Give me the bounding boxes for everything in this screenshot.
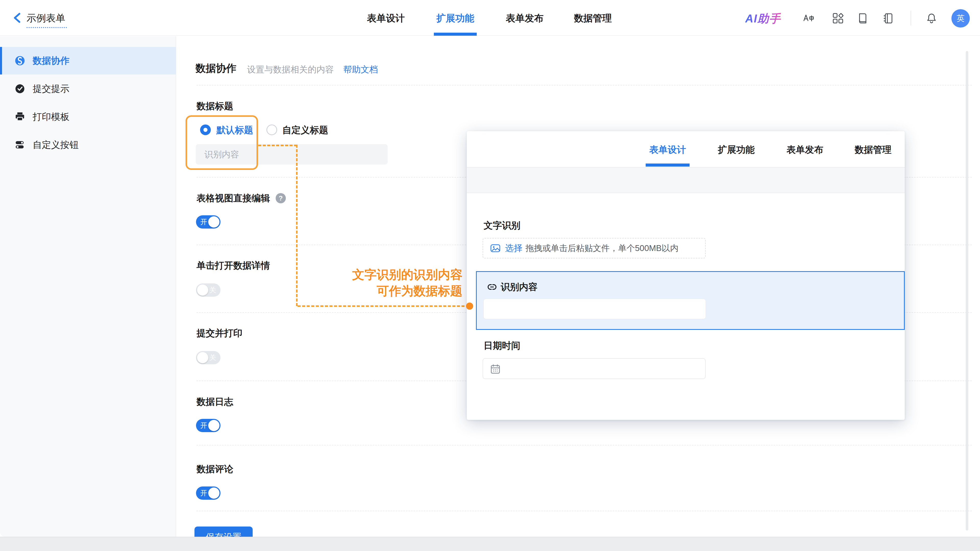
back-chevron-icon [12, 12, 24, 24]
app-window: 示例表单 表单设计 扩展功能 表单发布 数据管理 AI助手 英 [0, 0, 980, 551]
recognized-content-label: 识别内容 [501, 281, 538, 293]
help-doc-link[interactable]: 帮助文档 [343, 64, 378, 75]
tab-form-publish[interactable]: 表单发布 [506, 12, 544, 24]
overlay-tab-form-design[interactable]: 表单设计 [649, 144, 686, 156]
radio-custom-title-label[interactable]: 自定义标题 [282, 124, 328, 136]
recognized-content-label-row: 识别内容 [487, 281, 538, 293]
tab-data-management[interactable]: 数据管理 [574, 12, 612, 24]
toggle-submit-and-print[interactable]: 关 [196, 351, 221, 364]
datetime-input[interactable] [483, 358, 706, 379]
sidebar-item-label: 提交提示 [33, 83, 69, 95]
translate-icon[interactable] [802, 12, 815, 24]
sidebar-item-custom-button[interactable]: 自定义按钮 [0, 131, 176, 159]
upload-hint-text: 拖拽或单击后粘贴文件，单个500MB以内 [525, 243, 679, 254]
toggle-state-text: 关 [209, 283, 216, 297]
toggle-knob [208, 487, 220, 499]
radio-custom-title[interactable] [266, 124, 277, 135]
overlay-tab-extended-features[interactable]: 扩展功能 [718, 144, 755, 156]
datetime-field-label: 日期时间 [484, 340, 520, 352]
form-title[interactable]: 示例表单 [27, 12, 65, 24]
page-title: 数据协作 [196, 62, 236, 74]
upload-select-text: 选择 [505, 242, 522, 254]
toggle-knob [197, 284, 208, 295]
annotation-connector-dot [466, 303, 473, 310]
tab-form-design[interactable]: 表单设计 [367, 12, 405, 24]
sidebar-item-label: 数据协作 [33, 55, 69, 67]
toggle-state-text: 关 [209, 351, 216, 364]
setting-data-comment-label: 数据评论 [197, 463, 233, 475]
ocr-field-label: 文字识别 [484, 219, 520, 232]
sidebar-item-label: 打印模板 [33, 111, 69, 123]
annotation-connector-line [258, 144, 297, 146]
settings-sidebar: 数据协作 提交提示 打印模板 自定义按钮 [0, 36, 176, 537]
form-preview-overlay: 表单设计 扩展功能 表单发布 数据管理 文字识别 选择 拖拽或单击后粘贴文件，单… [467, 131, 905, 420]
overlay-tab-form-publish[interactable]: 表单发布 [787, 144, 823, 156]
data-collaboration-icon [14, 55, 25, 66]
sidebar-item-data-collaboration[interactable]: 数据协作 [0, 47, 176, 75]
notebook-icon[interactable] [882, 12, 894, 24]
overlay-toolbar-band [467, 168, 905, 193]
toggle-data-comment[interactable]: 开 [196, 486, 221, 500]
header-divider [911, 11, 911, 25]
annotation-connector-line [296, 144, 298, 306]
notification-bell-icon[interactable] [925, 12, 938, 24]
avatar[interactable]: 英 [951, 9, 970, 27]
scrollbar-track[interactable] [966, 51, 968, 530]
sidebar-item-print-template[interactable]: 打印模板 [0, 103, 176, 130]
toggle-table-view-edit[interactable]: 开 [196, 215, 221, 229]
sidebar-item-label: 自定义按钮 [33, 139, 79, 151]
submit-prompt-icon [14, 83, 25, 94]
active-tab-underline [434, 33, 477, 36]
apps-grid-icon[interactable] [832, 12, 844, 24]
file-upload-button[interactable]: 选择 拖拽或单击后粘贴文件，单个500MB以内 [483, 238, 706, 259]
recognized-content-input[interactable] [484, 299, 706, 319]
data-title-section-label: 数据标题 [197, 100, 233, 112]
setting-click-open-detail-label: 单击打开数据详情 [197, 259, 270, 272]
annotation-line-1: 文字识别的识别内容 [352, 266, 463, 283]
section-divider [197, 85, 972, 86]
link-icon [487, 282, 497, 292]
form-title-dotted-underline [27, 27, 67, 28]
setting-data-log-label: 数据日志 [197, 395, 233, 408]
setting-submit-and-print-label: 提交并打印 [197, 327, 242, 339]
page-subtitle: 设置与数据相关的内容 [247, 64, 334, 75]
top-header: 示例表单 表单设计 扩展功能 表单发布 数据管理 AI助手 英 [0, 0, 980, 36]
help-question-icon[interactable]: ? [275, 193, 286, 203]
toggle-knob [208, 420, 220, 431]
back-button[interactable] [12, 12, 24, 24]
bottom-edge-strip [0, 537, 980, 551]
annotation-highlight-box [186, 115, 258, 170]
annotation-connector-line [298, 305, 469, 307]
tab-extended-features[interactable]: 扩展功能 [436, 12, 474, 24]
custom-button-icon [14, 139, 25, 151]
toggle-knob [208, 216, 220, 227]
image-upload-icon [490, 243, 501, 254]
book-icon[interactable] [856, 12, 869, 24]
toggle-state-text: 开 [200, 486, 207, 500]
toggle-state-text: 开 [200, 419, 207, 432]
section-divider [197, 445, 972, 445]
annotation-note: 文字识别的识别内容 可作为数据标题 [352, 266, 463, 299]
toggle-data-log[interactable]: 开 [196, 419, 221, 432]
toggle-state-text: 开 [200, 215, 207, 229]
annotation-line-2: 可作为数据标题 [352, 283, 463, 299]
overlay-active-tab-underline [646, 164, 690, 167]
print-template-icon [14, 111, 25, 122]
toggle-knob [197, 352, 208, 363]
recognized-content-field[interactable]: 识别内容 [476, 271, 905, 330]
ai-assistant-button[interactable]: AI助手 [745, 11, 781, 26]
toggle-click-open-detail[interactable]: 关 [196, 283, 221, 297]
sidebar-item-submit-prompt[interactable]: 提交提示 [0, 75, 176, 103]
overlay-tab-data-management[interactable]: 数据管理 [855, 144, 891, 156]
calendar-icon [490, 364, 501, 375]
section-divider [197, 511, 972, 511]
setting-table-view-edit-label: 表格视图直接编辑 [197, 192, 270, 204]
